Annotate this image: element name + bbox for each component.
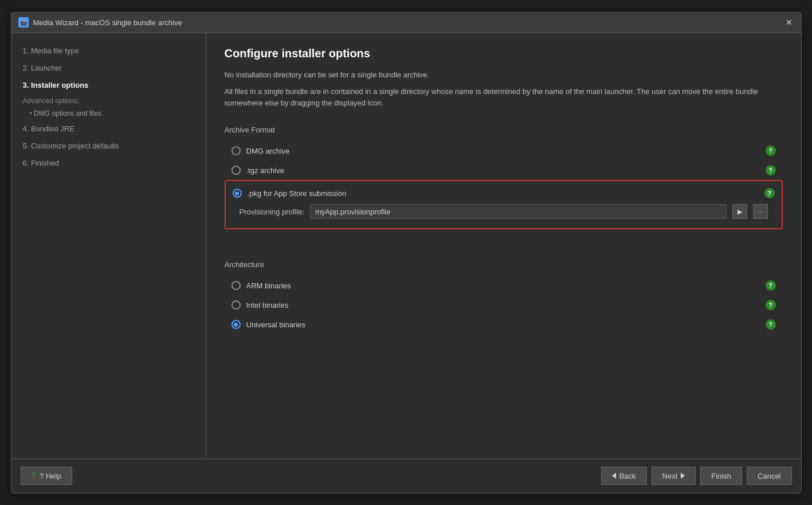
dmg-option-row: DMG archive ? xyxy=(225,141,783,160)
universal-option-row: Universal binaries ? xyxy=(225,315,783,334)
universal-radio[interactable] xyxy=(232,320,241,329)
pkg-option-row: .pkg for App Store submission ? xyxy=(233,187,775,199)
pkg-radio[interactable] xyxy=(233,189,242,198)
play-icon: ▶ xyxy=(738,208,742,216)
provisioning-input[interactable] xyxy=(310,204,727,219)
dmg-help-icon[interactable]: ? xyxy=(766,146,776,156)
back-icon xyxy=(612,473,616,479)
pkg-label: .pkg for App Store submission xyxy=(248,189,759,198)
intel-help-icon[interactable]: ? xyxy=(766,300,776,310)
intel-option-row: Intel binaries ? xyxy=(225,295,783,315)
tgz-help-icon[interactable]: ? xyxy=(766,165,776,175)
sidebar-item-launcher[interactable]: 2. Launcher xyxy=(18,60,199,77)
bottom-bar: ? ? Help Back Next Finish Cancel xyxy=(11,459,801,493)
panel-title: Configure installer options xyxy=(225,47,783,60)
provisioning-more-button[interactable]: ··· xyxy=(753,204,768,219)
help-question-icon: ? xyxy=(32,471,37,480)
help-label: ? Help xyxy=(40,472,61,480)
cancel-button[interactable]: Cancel xyxy=(747,467,791,485)
back-button[interactable]: Back xyxy=(601,467,647,485)
arm-radio[interactable] xyxy=(232,281,241,290)
provisioning-play-button[interactable]: ▶ xyxy=(732,204,747,219)
main-content: 1. Media file type 2. Launcher 3. Instal… xyxy=(11,33,801,459)
sidebar-item-customize-project[interactable]: 5. Customize project defaults xyxy=(18,138,199,155)
next-button[interactable]: Next xyxy=(652,467,696,485)
arm-help-icon[interactable]: ? xyxy=(766,280,776,291)
pkg-selected-box: .pkg for App Store submission ? Provisio… xyxy=(225,180,783,229)
tgz-option-row: .tgz archive ? xyxy=(225,160,783,180)
pkg-help-icon[interactable]: ? xyxy=(764,188,775,198)
close-button[interactable]: ✕ xyxy=(784,17,794,28)
archive-format-section: Archive Format DMG archive ? .tgz archiv… xyxy=(225,114,783,230)
dmg-label: DMG archive xyxy=(246,147,760,155)
description-2: All files in a single bundle are in cont… xyxy=(225,86,783,108)
sidebar-item-bundled-jre[interactable]: 4. Bundled JRE xyxy=(18,120,199,138)
arm-label: ARM binaries xyxy=(246,281,760,290)
archive-format-label: Archive Format xyxy=(225,126,783,134)
dmg-radio[interactable] xyxy=(232,146,241,155)
tgz-label: .tgz archive xyxy=(246,166,760,175)
main-window: 🎬 Media Wizard - macOS single bundle arc… xyxy=(11,12,802,494)
universal-label: Universal binaries xyxy=(246,320,760,329)
sidebar: 1. Media file type 2. Launcher 3. Instal… xyxy=(11,33,206,459)
title-bar: 🎬 Media Wizard - macOS single bundle arc… xyxy=(11,13,801,33)
next-label: Next xyxy=(662,472,678,480)
sidebar-item-dmg-options[interactable]: DMG options and files xyxy=(18,107,199,120)
provisioning-label: Provisioning profile: xyxy=(240,208,304,216)
ellipsis-icon: ··· xyxy=(758,208,763,215)
sidebar-item-installer-options[interactable]: 3. Installer options xyxy=(18,77,199,94)
arm-option-row: ARM binaries ? xyxy=(225,276,783,295)
finish-button[interactable]: Finish xyxy=(700,467,742,485)
finish-label: Finish xyxy=(711,472,731,480)
cancel-label: Cancel xyxy=(758,472,780,480)
sidebar-item-finished[interactable]: 6. Finished xyxy=(18,155,199,172)
next-icon xyxy=(681,473,685,479)
app-icon: 🎬 xyxy=(18,17,29,28)
back-label: Back xyxy=(619,472,636,480)
help-button[interactable]: ? ? Help xyxy=(21,467,72,485)
window-title: Media Wizard - macOS single bundle archi… xyxy=(33,18,784,27)
architecture-section: Architecture ARM binaries ? Intel binari… xyxy=(225,249,783,334)
provisioning-row: Provisioning profile: ▶ ··· xyxy=(233,199,775,222)
intel-label: Intel binaries xyxy=(246,301,760,310)
universal-help-icon[interactable]: ? xyxy=(766,319,776,330)
description-1: No installation directory can be set for… xyxy=(225,69,783,81)
intel-radio[interactable] xyxy=(232,300,241,310)
architecture-label: Architecture xyxy=(225,260,783,269)
right-panel: Configure installer options No installat… xyxy=(206,33,801,459)
tgz-radio[interactable] xyxy=(232,166,241,175)
sidebar-advanced-options-header: Advanced options: xyxy=(18,94,199,107)
sidebar-item-media-file-type[interactable]: 1. Media file type xyxy=(18,42,199,60)
